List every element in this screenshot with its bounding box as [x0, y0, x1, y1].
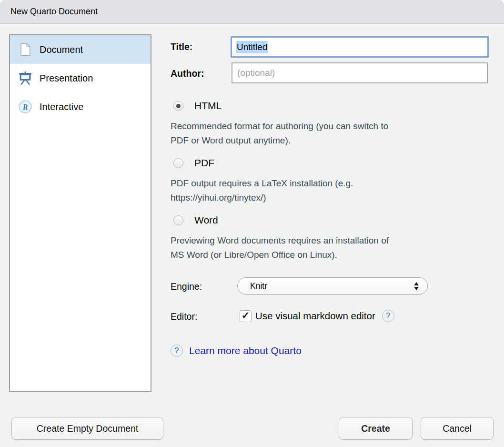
list-item-interactive[interactable]: R Interactive	[10, 92, 151, 121]
format-label-html[interactable]: HTML	[194, 100, 222, 112]
list-item-label: Interactive	[40, 102, 83, 112]
editor-row: ✓ Use visual markdown editor ?	[240, 309, 394, 323]
list-item-document[interactable]: Document	[10, 35, 151, 64]
svg-text:R: R	[22, 103, 28, 111]
engine-select[interactable]: Knitr	[237, 277, 428, 295]
title-input-selected-text: Untitled	[236, 41, 268, 53]
chevron-up-icon	[414, 282, 419, 285]
format-radio-pdf[interactable]: PDF	[173, 157, 214, 169]
format-label-pdf[interactable]: PDF	[194, 157, 214, 169]
list-item-label: Document	[40, 44, 83, 55]
create-button[interactable]: Create	[339, 417, 413, 440]
engine-select-value: Knitr	[250, 281, 414, 291]
document-icon	[17, 41, 33, 58]
radio-button-icon[interactable]	[173, 101, 183, 111]
radio-button-icon[interactable]	[173, 158, 183, 168]
radio-button-icon[interactable]	[173, 215, 183, 225]
format-description-pdf: PDF output requires a LaTeX installation…	[171, 176, 490, 205]
template-list: Document Presentation R	[9, 34, 151, 392]
create-empty-document-button[interactable]: Create Empty Document	[11, 417, 163, 440]
author-input[interactable]	[232, 62, 488, 83]
titlebar: New Quarto Document	[0, 0, 504, 24]
learn-more-link[interactable]: Learn more about Quarto	[189, 345, 302, 356]
interactive-icon: R	[17, 99, 33, 115]
checkmark-icon: ✓	[242, 310, 250, 320]
visual-editor-help-icon[interactable]: ?	[382, 310, 394, 322]
format-description-word: Previewing Word documents requires an in…	[171, 234, 490, 262]
learn-more-row: ? Learn more about Quarto	[171, 344, 302, 358]
engine-label: Engine:	[171, 281, 202, 292]
cancel-button[interactable]: Cancel	[421, 417, 494, 440]
window-title: New Quarto Document	[10, 7, 98, 17]
visual-editor-checkbox[interactable]: ✓	[240, 310, 252, 322]
list-item-label: Presentation	[40, 73, 93, 84]
visual-editor-checkbox-label[interactable]: Use visual markdown editor	[255, 310, 375, 322]
editor-label: Editor:	[171, 311, 197, 322]
new-quarto-document-dialog: New Quarto Document Document	[0, 0, 504, 447]
quarto-help-icon[interactable]: ?	[171, 345, 183, 357]
select-arrows-icon	[414, 282, 419, 290]
title-input[interactable]: Untitled	[231, 36, 489, 58]
list-item-presentation[interactable]: Presentation	[10, 64, 151, 92]
format-description-html: Recommended format for authoring (you ca…	[171, 119, 490, 148]
format-label-word[interactable]: Word	[194, 214, 218, 226]
title-label: Title:	[171, 41, 192, 52]
presentation-icon	[17, 70, 33, 86]
author-label: Author:	[171, 68, 204, 79]
format-radio-html[interactable]: HTML	[173, 100, 222, 112]
format-radio-word[interactable]: Word	[173, 214, 218, 226]
chevron-down-icon	[414, 287, 419, 290]
